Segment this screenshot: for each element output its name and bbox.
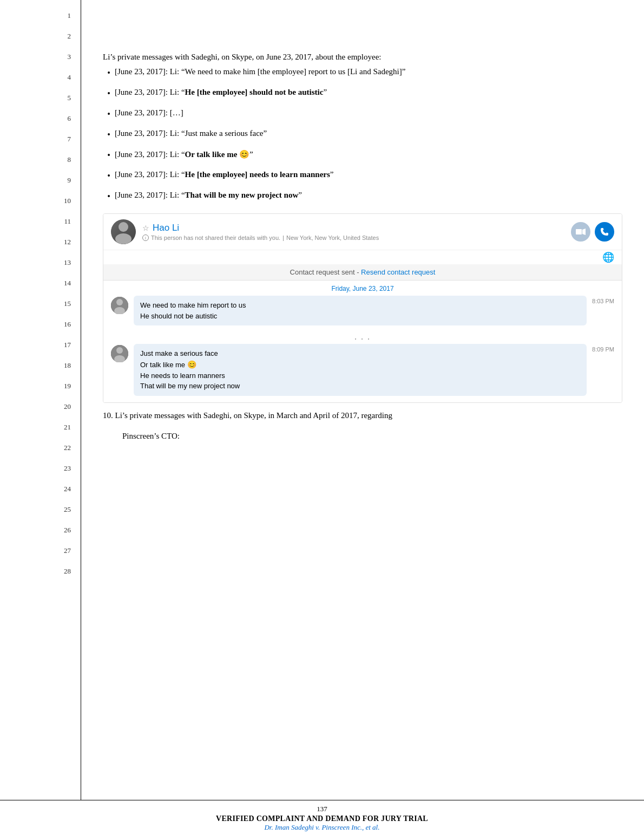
profile-name: Hao Li (153, 223, 179, 233)
contact-separator: - (357, 268, 361, 276)
bullet-text-4: [June 23, 2017]: Li: “Just make a seriou… (115, 129, 622, 138)
line-17: 17 (0, 335, 81, 355)
skype-card: ☆ Hao Li i This person has not shared th… (103, 213, 622, 403)
line-25: 25 (0, 499, 81, 520)
bullet-text-1: [June 23, 2017]: Li: “We need to make hi… (115, 67, 622, 76)
chat-bubble-2: Just make a serious face Or talk like me… (134, 344, 587, 396)
bullet-dot-7 (103, 191, 115, 201)
bold-manners: He [the employee] needs to learn manners (185, 170, 330, 179)
bold-autistic: He [the employee] should not be autistic (185, 88, 324, 96)
profile-name-row: ☆ Hao Li (142, 223, 571, 233)
footer-title: VERIFIED COMPLAINT AND DEMAND FOR JURY T… (0, 815, 644, 823)
chat-avatar-1 (111, 297, 128, 314)
footer-subtitle: Dr. Iman Sadeghi v. Pinscreen Inc., et a… (0, 823, 644, 832)
bullet-dot-2 (103, 88, 115, 99)
profile-subtitle-text: This person has not shared their details… (151, 234, 280, 241)
line-18: 18 (0, 355, 81, 376)
avatar (111, 219, 136, 244)
blank-line-24 (103, 467, 622, 487)
blank-line-28 (103, 549, 622, 570)
line-21: 21 (0, 417, 81, 438)
line-8: 8 (0, 149, 81, 170)
chat-time-1: 8:03 PM (592, 296, 614, 304)
line-5: 5 (0, 88, 81, 108)
profile-actions (571, 222, 614, 242)
bullet-item-7: [June 23, 2017]: Li: “That will be my ne… (103, 191, 622, 211)
bullet-dot-1 (103, 67, 115, 78)
item-10-line2: Pinscreen’s CTO: (103, 426, 622, 446)
avatar-image (111, 219, 136, 244)
star-icon: ☆ (142, 224, 149, 233)
bullet-dot-3 (103, 108, 115, 119)
bullet-item-2: [June 23, 2017]: Li: “He [the employee] … (103, 88, 622, 108)
skype-profile-header: ☆ Hao Li i This person has not shared th… (103, 214, 622, 250)
line-6: 6 (0, 108, 81, 129)
call-button[interactable] (595, 222, 614, 242)
line-19: 19 (0, 376, 81, 396)
line-13: 13 (0, 252, 81, 273)
bullet-text-6: [June 23, 2017]: Li: “He [the employee] … (115, 170, 622, 179)
line-28: 28 (0, 561, 81, 582)
line-numbers-column: 1 2 3 4 5 6 7 8 9 10 11 12 13 14 15 16 1… (0, 0, 81, 800)
line-3: 3 (0, 47, 81, 67)
chat-message-1-line2: He should not be autistic (140, 311, 580, 322)
page-container: 1 2 3 4 5 6 7 8 9 10 11 12 13 14 15 16 1… (0, 0, 644, 834)
line-4: 4 (0, 67, 81, 88)
chat-message-2-line1: Just make a serious face (140, 348, 580, 359)
chat-bubble-1: We need to make him report to us He shou… (134, 296, 587, 325)
main-content: 1 2 3 4 5 6 7 8 9 10 11 12 13 14 15 16 1… (0, 0, 644, 800)
svg-marker-3 (582, 229, 586, 235)
profile-separator: | (282, 234, 284, 241)
line-12: 12 (0, 232, 81, 252)
line-14: 14 (0, 273, 81, 294)
blank-line-23 (103, 446, 622, 467)
intro-text-label: Li’s private messages with Sadeghi, on S… (103, 47, 382, 67)
line-10: 10 (0, 191, 81, 211)
blank-line-2 (103, 26, 622, 47)
blank-line-27 (103, 529, 622, 549)
bullet-text-7: [June 23, 2017]: Li: “That will be my ne… (115, 191, 622, 200)
svg-rect-2 (576, 229, 582, 234)
bullet-dot-5 (103, 149, 115, 160)
line-26: 26 (0, 520, 81, 540)
blank-line-26 (103, 508, 622, 529)
resend-contact-link[interactable]: Resend contact request (361, 268, 435, 276)
line-20: 20 (0, 396, 81, 417)
bullet-item-6: [June 23, 2017]: Li: “He [the employee] … (103, 170, 622, 191)
chat-area: We need to make him report to us He shou… (103, 294, 622, 402)
bullet-item-5: [June 23, 2017]: Li: “Or talk like me 😊” (103, 149, 622, 170)
svg-point-0 (119, 222, 128, 232)
smile-emoji: 😊 (187, 360, 196, 369)
item-10-text-part2: Pinscreen’s CTO: (122, 426, 180, 446)
item-10-text-part1: 10. Li’s private messages with Sadeghi, … (103, 405, 392, 426)
svg-point-5 (116, 299, 123, 305)
profile-location: New York, New York, United States (286, 234, 379, 241)
contact-request-text: Contact request sent (290, 268, 355, 276)
line-11: 11 (0, 211, 81, 232)
bullet-dot-4 (103, 129, 115, 140)
line-9: 9 (0, 170, 81, 191)
chat-message-2-line3: He needs to learn manners (140, 370, 580, 381)
line-22: 22 (0, 438, 81, 458)
contact-request-bar: Contact request sent - Resend contact re… (103, 264, 622, 281)
line-15: 15 (0, 294, 81, 314)
svg-point-8 (116, 347, 123, 354)
blank-line-1 (103, 5, 622, 26)
content-area: Li’s private messages with Sadeghi, on S… (81, 0, 644, 800)
line-16: 16 (0, 314, 81, 335)
ellipsis-separator: . . . (111, 330, 614, 344)
globe-icon: 🌐 (602, 251, 614, 263)
chat-message-1-line1: We need to make him report to us (140, 300, 580, 311)
chat-time-2: 8:09 PM (592, 344, 614, 353)
bullet-dot-6 (103, 170, 115, 181)
bullet-text-5: [June 23, 2017]: Li: “Or talk like me 😊” (115, 149, 622, 159)
footer-page-number: 137 (0, 805, 644, 813)
bold-project: That will be my new project now (185, 191, 299, 199)
chat-date: Friday, June 23, 2017 (331, 285, 393, 292)
chat-message-2-line4: That will be my new project now (140, 381, 580, 392)
video-call-button[interactable] (571, 222, 590, 242)
page-footer: 137 VERIFIED COMPLAINT AND DEMAND FOR JU… (0, 800, 644, 834)
bold-talk: Or talk like me 😊 (185, 150, 250, 159)
chat-message-2-line2: Or talk like me 😊 (140, 359, 580, 370)
chat-message-group-1: We need to make him report to us He shou… (111, 296, 614, 325)
